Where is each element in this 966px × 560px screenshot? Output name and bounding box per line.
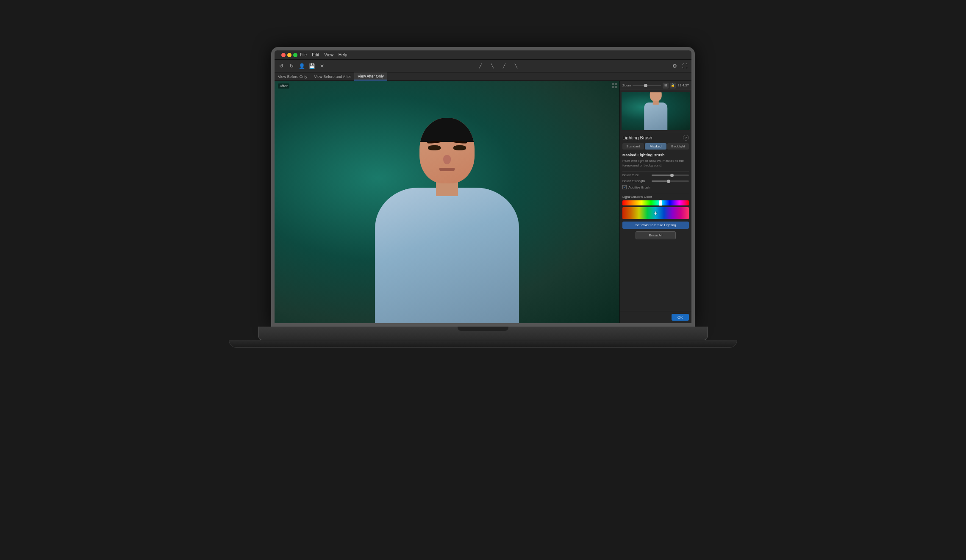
brush-description: Masked Lighting Brush Paint with light o… <box>622 153 689 168</box>
menu-bar: File Edit View Help <box>300 53 347 57</box>
redo-button[interactable]: ↻ <box>288 63 295 69</box>
tool-4[interactable]: ╲ <box>513 63 519 69</box>
ok-button[interactable]: OK <box>672 314 689 321</box>
main-content: After <box>275 81 691 323</box>
menu-help[interactable]: Help <box>339 53 347 57</box>
color-section-label: Light/Shadow Color <box>622 195 689 199</box>
brush-strength-thumb[interactable] <box>667 180 670 183</box>
brush-size-label: Brush Size <box>622 173 650 177</box>
divider-1 <box>622 171 689 172</box>
canvas-area[interactable]: After <box>275 81 619 323</box>
profile-button[interactable]: 👤 <box>298 63 305 69</box>
save-button[interactable]: 💾 <box>308 63 315 69</box>
zoom-thumb[interactable] <box>644 84 647 87</box>
brush-size-slider[interactable] <box>652 175 689 176</box>
zoom-slider[interactable] <box>633 85 661 86</box>
thumbnail-area <box>620 90 691 132</box>
color-hue-thumb[interactable] <box>659 200 662 206</box>
brush-desc-title: Masked Lighting Brush <box>622 153 689 157</box>
maximize-button[interactable] <box>293 53 297 57</box>
brush-strength-fill <box>652 180 669 182</box>
fullscreen-icon[interactable]: ⛶ <box>681 63 688 69</box>
laptop-base <box>229 340 737 348</box>
svg-rect-3 <box>615 86 617 88</box>
tool-2[interactable]: ╲ <box>489 63 496 69</box>
tab-view-before-after[interactable]: View Before and After <box>311 72 354 80</box>
view-tabs: View Before Only View Before and After V… <box>275 72 691 81</box>
menu-file[interactable]: File <box>300 53 307 57</box>
laptop-container: File Edit View Help ↺ ↻ 👤 💾 ✕ ╱ ╲ ╱ ╲ <box>258 47 708 513</box>
after-label: After <box>278 83 289 89</box>
help-button[interactable]: ? <box>683 135 689 141</box>
divider-2 <box>622 193 689 193</box>
settings-icon[interactable]: ⚙ <box>671 63 678 69</box>
additive-brush-row: Additive Brush <box>622 185 689 189</box>
tool-1[interactable]: ╱ <box>477 63 484 69</box>
laptop-body <box>258 327 708 340</box>
color-plus-icon: + <box>654 210 657 216</box>
laptop-notch <box>458 327 508 331</box>
tab-backlight[interactable]: Backlight <box>667 143 689 150</box>
brush-strength-slider[interactable] <box>652 180 689 182</box>
close-button[interactable] <box>281 53 286 57</box>
tab-standard[interactable]: Standard <box>622 143 644 150</box>
title-bar: File Edit View Help <box>275 50 691 60</box>
tool-panel: Lighting Brush ? Standard Masked Backlig… <box>620 132 691 311</box>
menu-edit[interactable]: Edit <box>312 53 319 57</box>
brush-size-thumb[interactable] <box>670 174 674 177</box>
tool-3[interactable]: ╱ <box>501 63 508 69</box>
panel-title-text: Lighting Brush <box>622 135 652 140</box>
minimize-button[interactable] <box>287 53 291 57</box>
color-gradient-display[interactable]: + <box>622 207 689 219</box>
panel-footer: OK <box>620 311 691 323</box>
window-controls <box>281 53 297 57</box>
menu-view[interactable]: View <box>324 53 333 57</box>
undo-button[interactable]: ↺ <box>278 63 285 69</box>
brush-strength-label: Brush Strength <box>622 179 650 183</box>
mode-tabs: Standard Masked Backlight <box>622 143 689 150</box>
canvas-photo <box>275 81 619 323</box>
laptop-screen: File Edit View Help ↺ ↻ 👤 💾 ✕ ╱ ╲ ╱ ╲ <box>271 47 695 327</box>
corner-icon <box>612 83 618 89</box>
toolbar: ↺ ↻ 👤 💾 ✕ ╱ ╲ ╱ ╲ ⚙ ⛶ <box>275 60 691 72</box>
additive-brush-checkbox[interactable] <box>622 185 627 189</box>
panel-title: Lighting Brush ? <box>622 135 689 141</box>
tab-view-before[interactable]: View Before Only <box>275 72 311 80</box>
set-color-button[interactable]: Set Color to Erase Lighting <box>622 222 689 229</box>
zoom-value: 31:4.37 <box>677 83 689 87</box>
brush-strength-row: Brush Strength <box>622 179 689 183</box>
zoom-fit-icon[interactable]: ⊞ <box>663 83 669 89</box>
right-panel: Zoom ⊞ 🔒 31:4.37 <box>619 81 691 323</box>
zoom-lock-icon[interactable]: 🔒 <box>670 83 676 89</box>
screen-inner: File Edit View Help ↺ ↻ 👤 💾 ✕ ╱ ╲ ╱ ╲ <box>275 50 691 323</box>
svg-rect-2 <box>612 86 614 88</box>
zoom-bar: Zoom ⊞ 🔒 31:4.37 <box>620 81 691 90</box>
close-x-button[interactable]: ✕ <box>319 63 325 69</box>
color-hue-slider[interactable] <box>622 200 689 205</box>
svg-rect-1 <box>615 83 617 85</box>
svg-rect-0 <box>612 83 614 85</box>
thumbnail[interactable] <box>622 92 690 130</box>
tab-view-after[interactable]: View After Only <box>354 72 387 80</box>
brush-desc-text: Paint with light or shadow, masked to th… <box>622 158 689 168</box>
brush-size-row: Brush Size <box>622 173 689 177</box>
zoom-label: Zoom <box>622 83 631 87</box>
zoom-icons: ⊞ 🔒 <box>663 83 676 89</box>
brush-size-fill <box>652 175 672 176</box>
additive-brush-label: Additive Brush <box>628 186 650 189</box>
color-section: Light/Shadow Color + Set Col <box>622 195 689 239</box>
erase-all-button[interactable]: Erase All <box>636 231 675 239</box>
tab-masked[interactable]: Masked <box>645 143 666 150</box>
